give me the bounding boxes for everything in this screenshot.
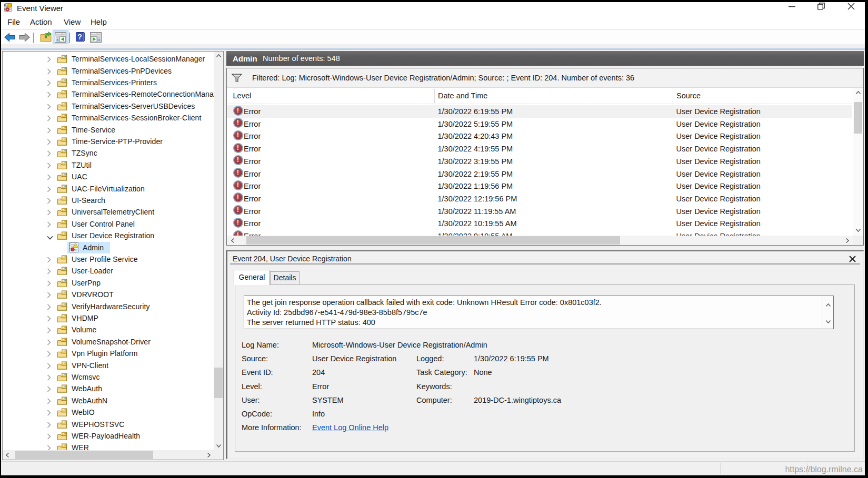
svg-text:?: ? [77,33,82,41]
